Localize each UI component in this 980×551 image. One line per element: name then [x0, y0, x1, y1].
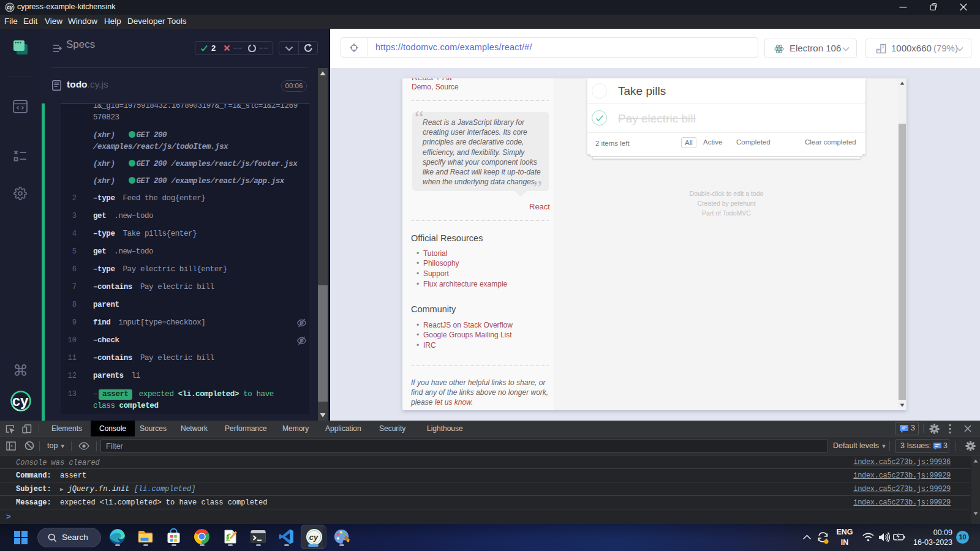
svg-text:cy: cy [309, 533, 318, 542]
svg-text:cy: cy [7, 4, 13, 10]
svg-text:cy: cy [12, 392, 29, 409]
